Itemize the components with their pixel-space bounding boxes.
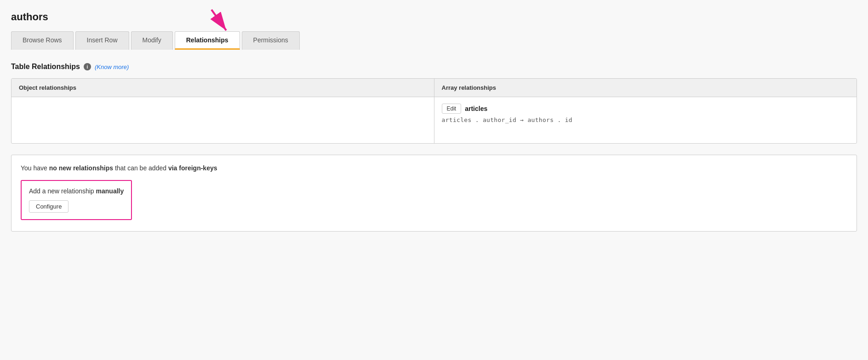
table-body: Edit articles articles . author_id → aut… bbox=[11, 97, 857, 143]
array-rel-mapping: articles . author_id → authors . id bbox=[442, 116, 850, 123]
section-header: Table Relationships i (Know more) bbox=[11, 63, 857, 71]
table-header: Object relationships Array relationships bbox=[11, 79, 857, 97]
configure-button[interactable]: Configure bbox=[29, 200, 69, 213]
tab-insert-row[interactable]: Insert Row bbox=[75, 31, 129, 50]
tab-modify[interactable]: Modify bbox=[131, 31, 173, 50]
tabs-container: Browse Rows Insert Row Modify Relationsh… bbox=[11, 31, 302, 50]
tab-permissions[interactable]: Permissions bbox=[242, 31, 300, 50]
page-container: authors Browse Rows Inser bbox=[0, 0, 868, 250]
info-icon[interactable]: i bbox=[84, 63, 91, 70]
array-relationship-item: Edit articles articles . author_id → aut… bbox=[442, 104, 850, 123]
object-relationships-body bbox=[11, 97, 434, 143]
manual-relationship-box: Add a new relationship manually Configur… bbox=[21, 180, 132, 220]
tab-relationships[interactable]: Relationships bbox=[175, 31, 240, 50]
object-col-header: Object relationships bbox=[11, 79, 434, 97]
foreign-keys-section: You have no new relationships that can b… bbox=[11, 155, 857, 232]
edit-articles-button[interactable]: Edit bbox=[442, 104, 462, 114]
array-rel-name: articles bbox=[465, 105, 487, 112]
array-relationships-body: Edit articles articles . author_id → aut… bbox=[434, 97, 857, 143]
page-title: authors bbox=[11, 11, 857, 23]
tabs-wrapper: Browse Rows Insert Row Modify Relationsh… bbox=[11, 31, 857, 63]
section-title: Table Relationships bbox=[11, 63, 80, 71]
foreign-keys-text: You have no new relationships that can b… bbox=[21, 164, 847, 172]
array-rel-name-row: Edit articles bbox=[442, 104, 850, 114]
tab-browse-rows[interactable]: Browse Rows bbox=[11, 31, 74, 50]
know-more-link[interactable]: (Know more) bbox=[95, 64, 129, 70]
manual-rel-text: Add a new relationship manually bbox=[29, 187, 124, 195]
array-col-header: Array relationships bbox=[434, 79, 857, 97]
relationships-table: Object relationships Array relationships… bbox=[11, 78, 857, 144]
